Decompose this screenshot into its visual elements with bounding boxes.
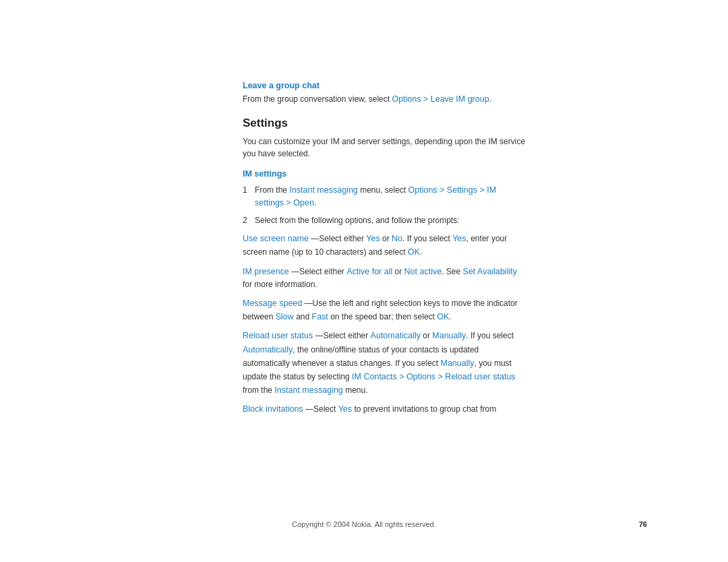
step1-content: From the Instant messaging menu, select …: [255, 184, 526, 210]
reload-status-or: or: [421, 331, 432, 340]
reload-status-text7: menu.: [343, 385, 368, 395]
use-screen-name-dash: —Select either: [309, 234, 366, 243]
use-screen-name-or: or: [380, 234, 392, 243]
im-settings-heading: IM settings: [243, 169, 526, 179]
settings-description: You can customize your IM and server set…: [243, 135, 526, 160]
message-speed-fast[interactable]: Fast: [312, 312, 328, 321]
im-presence-or: or: [392, 267, 404, 276]
leave-group-text-before: From the group conversation view, select: [243, 94, 392, 104]
leave-group-text-after: .: [489, 94, 491, 104]
leave-group-heading: Leave a group chat: [243, 81, 526, 90]
message-speed-slow[interactable]: Slow: [276, 312, 294, 321]
reload-status-contacts[interactable]: IM Contacts > Options > Reload user stat…: [352, 372, 515, 381]
footer-page-number: 76: [639, 520, 647, 528]
block-invitations-text2: to prevent invitations to group chat fro…: [352, 404, 496, 414]
leave-group-link[interactable]: Options > Leave IM group: [392, 94, 489, 104]
bullet-im-presence: IM presence —Select either Active for al…: [243, 265, 526, 291]
step2-content: Select from the following options, and f…: [255, 214, 460, 226]
im-presence-link[interactable]: IM presence: [243, 267, 289, 276]
settings-heading: Settings: [243, 117, 526, 130]
bullet-message-speed: Message speed —Use the left and right se…: [243, 296, 526, 323]
step1-num: 1: [243, 184, 255, 196]
reload-status-manually[interactable]: Manually: [432, 331, 466, 340]
block-invitations-link[interactable]: Block invitations: [243, 404, 303, 414]
footer-copyright: Copyright © 2004 Nokia. All rights reser…: [292, 520, 436, 528]
step2-num: 2: [243, 214, 255, 226]
im-presence-text3: . See: [442, 267, 462, 276]
im-settings-step2: 2 Select from the following options, and…: [243, 214, 526, 226]
reload-status-link[interactable]: Reload user status: [243, 331, 313, 340]
reload-status-text6: from the: [243, 385, 274, 395]
message-speed-link[interactable]: Message speed: [243, 299, 302, 308]
use-screen-name-yes[interactable]: Yes: [366, 234, 380, 243]
footer: Copyright © 2004 Nokia. All rights reser…: [0, 520, 728, 528]
bullet-section: Use screen name —Select either Yes or No…: [243, 232, 526, 416]
message-speed-and: and: [294, 312, 312, 321]
block-invitations-dash: —Select: [303, 404, 338, 414]
message-speed-text4: .: [449, 312, 451, 321]
use-screen-name-text5: .: [420, 247, 422, 257]
bullet-use-screen-name: Use screen name —Select either Yes or No…: [243, 232, 526, 259]
use-screen-name-link[interactable]: Use screen name: [243, 234, 309, 243]
im-presence-active[interactable]: Active for all: [346, 267, 392, 276]
use-screen-name-ok[interactable]: OK: [408, 247, 420, 257]
reload-status-auto[interactable]: Automatically: [371, 331, 421, 340]
reload-status-manually2[interactable]: Manually: [441, 358, 475, 368]
step1-link1[interactable]: Instant messaging: [289, 185, 357, 195]
use-screen-name-yes2[interactable]: Yes: [452, 234, 466, 243]
im-presence-text4: for more information.: [243, 280, 317, 289]
block-invitations-yes[interactable]: Yes: [338, 404, 352, 414]
bullet-block-invitations: Block invitations —Select Yes to prevent…: [243, 402, 526, 416]
message-speed-text3: on the speed bar; then select: [328, 312, 437, 321]
reload-status-text3: . If you select: [466, 331, 514, 340]
use-screen-name-text3: . If you select: [402, 234, 452, 243]
step1-text-mid: menu, select: [358, 185, 408, 195]
step1-text-after: .: [314, 198, 316, 208]
step1-text-before: From the: [255, 185, 289, 195]
reload-status-im[interactable]: Instant messaging: [274, 385, 342, 395]
reload-status-dash: —Select either: [313, 331, 370, 340]
use-screen-name-no[interactable]: No: [392, 234, 402, 243]
reload-status-auto2[interactable]: Automatically: [243, 345, 293, 354]
message-speed-ok[interactable]: OK: [437, 312, 449, 321]
im-presence-not-active[interactable]: Not active: [404, 267, 442, 276]
im-presence-set-availability[interactable]: Set Availability: [463, 267, 517, 276]
im-settings-list: 1 From the Instant messaging menu, selec…: [243, 184, 526, 227]
bullet-reload-user-status: Reload user status —Select either Automa…: [243, 329, 526, 397]
im-settings-step1: 1 From the Instant messaging menu, selec…: [243, 184, 526, 210]
leave-group-text: From the group conversation view, select…: [243, 93, 526, 106]
im-presence-dash: —Select either: [289, 267, 346, 276]
page-container: Leave a group chat From the group conver…: [243, 81, 526, 422]
